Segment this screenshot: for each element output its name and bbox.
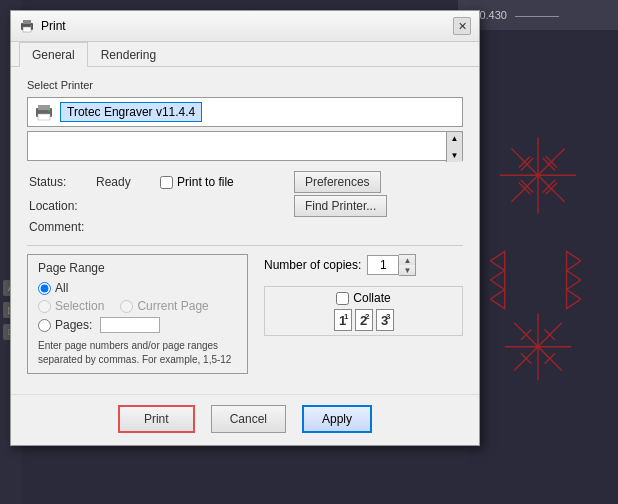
status-key: Status: bbox=[29, 171, 94, 193]
pages-input[interactable] bbox=[100, 317, 160, 333]
copies-section: Number of copies: ▲ ▼ Collate bbox=[264, 254, 463, 374]
collate-checkbox-row: Collate bbox=[336, 291, 390, 305]
print-button[interactable]: Print bbox=[118, 405, 195, 433]
print-to-file-container: Print to file bbox=[160, 175, 292, 189]
collate-area: Collate 11 22 bbox=[264, 286, 463, 336]
two-col-section: Page Range All Selection Current Page Pa… bbox=[27, 254, 463, 374]
page-hint: Enter page numbers and/or page ranges se… bbox=[38, 339, 237, 367]
dialog-body: Select Printer Trotec Engraver v11.4.4 ▲… bbox=[11, 67, 479, 394]
print-dialog: Print ✕ General Rendering Select Printer… bbox=[10, 10, 480, 446]
apply-button[interactable]: Apply bbox=[302, 405, 372, 433]
svg-rect-26 bbox=[38, 114, 50, 120]
close-button[interactable]: ✕ bbox=[453, 17, 471, 35]
selection-label: Selection bbox=[55, 299, 104, 313]
collate-pages-icon: 11 22 33 bbox=[334, 309, 394, 331]
page-range-title: Page Range bbox=[38, 261, 237, 275]
printer-status-table: Status: Ready Print to file Preferences … bbox=[27, 169, 463, 237]
printer-list-box[interactable]: Trotec Engraver v11.4.4 bbox=[27, 97, 463, 127]
location-key: Location: bbox=[29, 195, 94, 217]
copies-input[interactable] bbox=[367, 255, 399, 275]
cancel-button[interactable]: Cancel bbox=[211, 405, 286, 433]
page-icon-1: 11 bbox=[334, 309, 352, 331]
svg-rect-21 bbox=[23, 20, 31, 24]
tab-general[interactable]: General bbox=[19, 42, 88, 67]
page-icon-3: 33 bbox=[376, 309, 394, 331]
printer-scroll-area: ▲ ▼ bbox=[27, 131, 463, 161]
print-to-file-label: Print to file bbox=[177, 175, 234, 189]
preferences-button[interactable]: Preferences bbox=[294, 171, 381, 193]
page-icon-2: 22 bbox=[355, 309, 373, 331]
svg-rect-22 bbox=[23, 27, 31, 32]
page-super-3: 3 bbox=[386, 312, 390, 321]
all-radio[interactable] bbox=[38, 282, 51, 295]
status-val: Ready bbox=[96, 171, 158, 193]
copies-label: Number of copies: bbox=[264, 258, 361, 272]
pages-label: Pages: bbox=[55, 318, 92, 332]
copies-up-button[interactable]: ▲ bbox=[399, 255, 415, 265]
location-val bbox=[96, 195, 158, 217]
printer-icon bbox=[34, 103, 54, 121]
current-page-radio[interactable] bbox=[120, 300, 133, 313]
select-printer-label: Select Printer bbox=[27, 79, 463, 91]
print-to-file-checkbox[interactable] bbox=[160, 176, 173, 189]
printer-selected-name[interactable]: Trotec Engraver v11.4.4 bbox=[60, 102, 202, 122]
comment-key: Comment: bbox=[29, 219, 94, 235]
collate-label: Collate bbox=[353, 291, 390, 305]
selection-radio-row: Selection Current Page bbox=[38, 299, 237, 313]
page-paper-1: 11 bbox=[334, 309, 352, 331]
page-super-1: 1 bbox=[344, 312, 348, 321]
divider bbox=[27, 245, 463, 246]
svg-rect-25 bbox=[38, 105, 50, 110]
selection-radio[interactable] bbox=[38, 300, 51, 313]
copies-down-button[interactable]: ▼ bbox=[399, 265, 415, 275]
page-range-box: Page Range All Selection Current Page Pa… bbox=[27, 254, 248, 374]
collate-checkbox[interactable] bbox=[336, 292, 349, 305]
page-paper-2: 22 bbox=[355, 309, 373, 331]
current-page-label: Current Page bbox=[137, 299, 208, 313]
svg-rect-27 bbox=[48, 110, 50, 112]
bottom-bar: Print Cancel Apply bbox=[11, 394, 479, 445]
printer-title-icon bbox=[19, 18, 35, 34]
all-radio-row: All bbox=[38, 281, 237, 295]
tab-rendering[interactable]: Rendering bbox=[88, 42, 169, 67]
coordinate-bar: X: 0.430 ———— bbox=[458, 0, 618, 30]
title-bar: Print ✕ bbox=[11, 11, 479, 42]
page-paper-3: 33 bbox=[376, 309, 394, 331]
copies-row: Number of copies: ▲ ▼ bbox=[264, 254, 463, 276]
spinner-buttons: ▲ ▼ bbox=[399, 254, 416, 276]
background-shapes bbox=[468, 80, 608, 480]
find-printer-button[interactable]: Find Printer... bbox=[294, 195, 387, 217]
page-super-2: 2 bbox=[365, 312, 369, 321]
all-label: All bbox=[55, 281, 68, 295]
printer-scrollbar[interactable]: ▲ ▼ bbox=[446, 132, 462, 162]
pages-radio-row: Pages: bbox=[38, 317, 237, 333]
tab-bar: General Rendering bbox=[11, 42, 479, 67]
comment-val bbox=[96, 219, 158, 235]
svg-rect-23 bbox=[30, 25, 32, 27]
pages-radio[interactable] bbox=[38, 319, 51, 332]
dialog-title: Print bbox=[41, 19, 66, 33]
title-bar-left: Print bbox=[19, 18, 66, 34]
copies-spinner: ▲ ▼ bbox=[367, 254, 416, 276]
